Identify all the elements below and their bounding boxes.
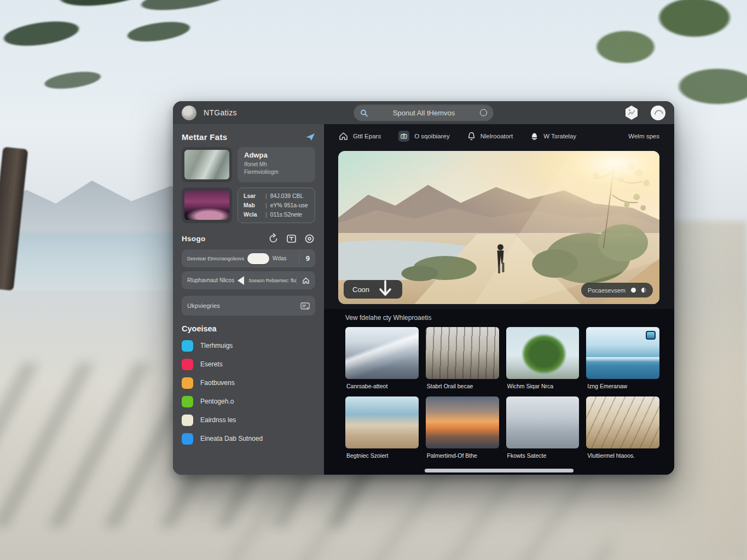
metadata-box: Lsar|84J.039 CBL Mab|eY% 951a-use Wcla|0… bbox=[238, 188, 315, 223]
send-icon[interactable] bbox=[305, 133, 315, 141]
category-label: Eairdnss les bbox=[200, 416, 236, 424]
setting-row-toggle[interactable]: Desvtear Etnncnangoleovs Wdas 9 bbox=[182, 249, 315, 267]
search-placeholder: Sponut All tHemvos bbox=[368, 109, 480, 117]
setting-label: Ukpviegries bbox=[187, 302, 220, 309]
photo-thumbnail[interactable] bbox=[586, 327, 659, 379]
setting-label: Desvtear Etnncnangoleovs bbox=[187, 256, 244, 261]
metadata-row: Mab|eY% 951a-use bbox=[244, 201, 309, 210]
status-badge[interactable]: Pocaesevsem bbox=[581, 283, 653, 298]
main-toolbar: Gttl Epars O sqoibiarey bbox=[324, 124, 674, 145]
photo-thumbnail[interactable] bbox=[506, 327, 580, 379]
setting-row-nav[interactable]: Rluphavnaut Nlicos Soeaon Rebsersec: fba bbox=[182, 271, 315, 289]
photo-thumbnail[interactable] bbox=[345, 327, 419, 379]
category-item[interactable]: Faotbuvens bbox=[182, 374, 315, 392]
toolbar-item-home[interactable]: Gttl Epars bbox=[339, 132, 381, 141]
toolbar-right-label[interactable]: Welm spes bbox=[628, 133, 659, 139]
category-item[interactable]: Pentogeh.o bbox=[182, 392, 315, 411]
photo-cell: Vluttiermel htaoos. bbox=[586, 396, 659, 466]
photo-thumbnail[interactable] bbox=[426, 327, 499, 379]
category-color-swatch bbox=[182, 377, 193, 389]
photo-caption: Vluttiermel htaoos. bbox=[587, 452, 659, 459]
favorite-thumbnail[interactable] bbox=[182, 188, 232, 223]
metadata-row: Wcla|011s:S2nete bbox=[244, 210, 309, 219]
back-arrow-icon[interactable] bbox=[238, 276, 244, 285]
favorite-line2: Fiermviotiogm bbox=[244, 168, 309, 176]
photo-cell: Begtniec Szoiert bbox=[345, 396, 419, 466]
category-item[interactable]: Eineata Dab Sutnoed bbox=[182, 429, 315, 448]
app-title: NTGatizs bbox=[204, 108, 237, 117]
category-color-swatch bbox=[182, 396, 193, 407]
metadata-row: Lsar|84J.039 CBL bbox=[244, 191, 309, 201]
hero-photo[interactable]: Coon Pocaesevsem bbox=[338, 151, 659, 304]
category-color-swatch bbox=[182, 340, 193, 352]
photo-caption: Palmertimd-Of Bthe bbox=[427, 452, 499, 459]
photo-cell: Palmertimd-Of Bthe bbox=[426, 396, 499, 466]
search-option-icon[interactable] bbox=[480, 109, 487, 116]
categories-section-title: Cyoeisea bbox=[182, 324, 315, 333]
photo-caption: Stabrt Orail becae bbox=[427, 383, 499, 389]
category-item[interactable]: Eairdnss les bbox=[182, 411, 315, 429]
refresh-icon[interactable] bbox=[268, 233, 279, 244]
category-label: Eserets bbox=[200, 360, 223, 368]
category-color-swatch bbox=[182, 415, 193, 426]
download-button-label: Coon bbox=[352, 285, 369, 294]
favorite-line1: Ifonet Mh bbox=[244, 161, 309, 168]
sidebar: Mettar Fats Adwpa Ifonet Mh Fiermviotiog… bbox=[173, 124, 324, 475]
photo-caption: Wichm Siqar Nrca bbox=[507, 383, 580, 389]
photo-thumbnail[interactable] bbox=[345, 396, 419, 448]
bell-icon bbox=[467, 132, 476, 141]
photo-caption: Begtniec Szoiert bbox=[346, 452, 419, 459]
panel-icon[interactable] bbox=[300, 302, 310, 310]
setting-suffix: Wdas bbox=[273, 255, 287, 261]
category-label: Eineata Dab Sutnoed bbox=[200, 435, 263, 442]
photo-cell: Stabrt Orail becae bbox=[426, 327, 499, 396]
gallery-hexagon-icon[interactable] bbox=[623, 104, 640, 121]
favorite-thumbnail[interactable] bbox=[182, 147, 232, 182]
download-button[interactable]: Coon bbox=[344, 280, 402, 299]
favorite-card[interactable]: Lsar|84J.039 CBL Mab|eY% 951a-use Wcla|0… bbox=[182, 188, 315, 223]
category-color-swatch bbox=[182, 359, 193, 370]
photo-cell: Canrsabe-atteot bbox=[345, 327, 419, 396]
toggle-pill[interactable] bbox=[247, 253, 269, 264]
favorite-card[interactable]: Adwpa Ifonet Mh Fiermviotiogm bbox=[182, 147, 315, 182]
grass-photo-thumbnail bbox=[184, 150, 229, 179]
photo-cell: Fkowts Satecte bbox=[506, 396, 580, 466]
favorite-title: Adwpa bbox=[244, 151, 309, 159]
category-label: Tlerhmuigs bbox=[200, 342, 233, 349]
app-avatar[interactable] bbox=[182, 106, 196, 120]
target-icon[interactable] bbox=[304, 233, 315, 244]
photo-caption: Canrsabe-atteot bbox=[346, 383, 419, 389]
toolbar-item-notification[interactable]: W Tsratelay bbox=[530, 132, 576, 141]
notification-icon bbox=[530, 132, 538, 141]
horizontal-scrollbar[interactable] bbox=[425, 469, 574, 472]
download-icon bbox=[377, 280, 393, 299]
search-input[interactable]: Sponut All tHemvos bbox=[354, 104, 494, 121]
camera-icon bbox=[398, 131, 409, 142]
status-badge-label: Pocaesevsem bbox=[588, 287, 626, 294]
app-window: NTGatizs Sponut All tHemvos Mettar Fats bbox=[173, 101, 674, 475]
category-item[interactable]: Eserets bbox=[182, 355, 315, 374]
photo-cell: Izng Emeranaw bbox=[586, 327, 659, 396]
photo-thumbnail[interactable] bbox=[506, 396, 580, 448]
archive-icon[interactable] bbox=[286, 233, 297, 244]
category-label: Faotbuvens bbox=[200, 379, 235, 387]
category-color-swatch bbox=[182, 433, 193, 445]
setting-count: 9 bbox=[299, 254, 310, 262]
home-icon[interactable] bbox=[302, 277, 310, 284]
favorites-section-title: Mettar Fats bbox=[182, 132, 227, 142]
main-area: Gttl Epars O sqoibiarey bbox=[324, 124, 674, 475]
media-section: Vew fdelahe cty Whleproaetis Canrsabe-at… bbox=[324, 309, 674, 475]
photo-caption: Izng Emeranaw bbox=[587, 383, 659, 389]
photo-thumbnail[interactable] bbox=[586, 396, 659, 448]
toolbar-item-bell[interactable]: Nlelrooatort bbox=[467, 132, 513, 141]
media-section-heading: Vew fdelahe cty Whleproaetis bbox=[345, 314, 659, 322]
category-label: Pentogeh.o bbox=[200, 398, 234, 405]
toolbar-item-camera[interactable]: O sqoibiarey bbox=[398, 131, 450, 142]
photo-thumbnail[interactable] bbox=[426, 396, 499, 448]
user-avatar[interactable] bbox=[651, 106, 665, 120]
tools-section-title: Hsogo bbox=[182, 235, 206, 243]
setting-row-panel[interactable]: Ukpviegries bbox=[182, 296, 315, 316]
category-item[interactable]: Tlerhmuigs bbox=[182, 336, 315, 355]
dot-full-icon bbox=[631, 288, 636, 293]
photo-cell: Wichm Siqar Nrca bbox=[506, 327, 580, 396]
